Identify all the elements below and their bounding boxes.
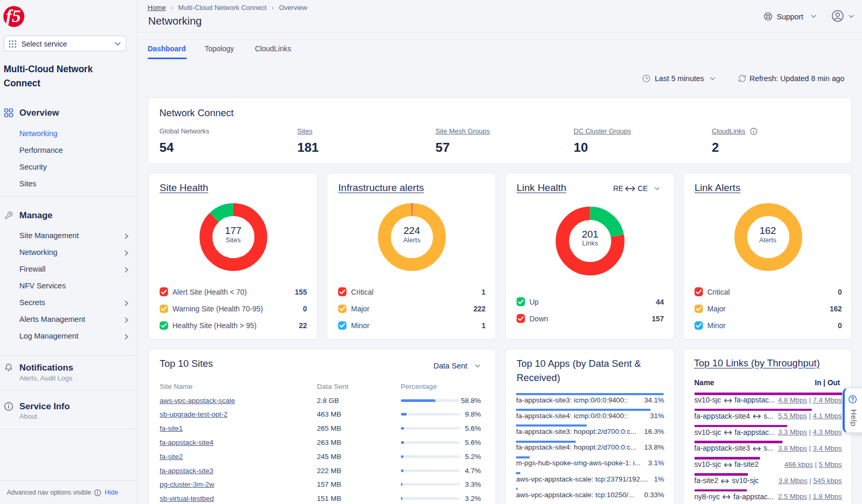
svg-text:f5: f5 bbox=[6, 6, 20, 26]
